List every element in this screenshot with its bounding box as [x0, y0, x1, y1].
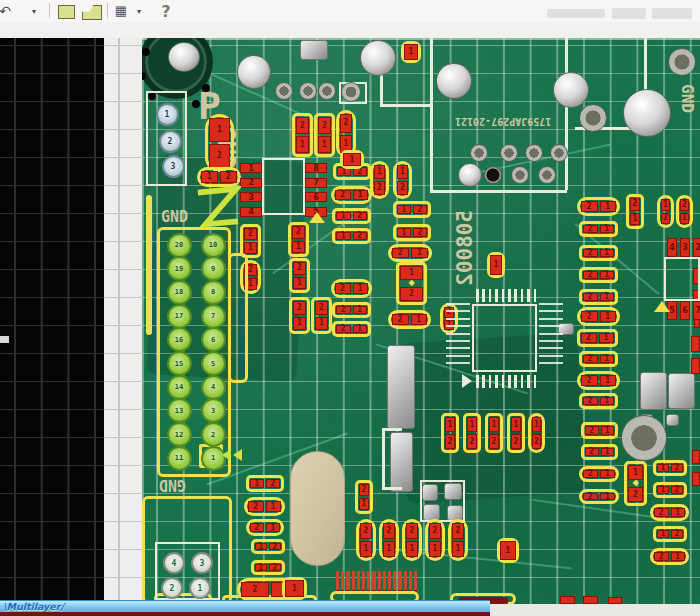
smd-pair-component[interactable]: 21	[581, 422, 618, 439]
pad[interactable]: 2	[269, 564, 281, 571]
ic-pad[interactable]: 3	[680, 238, 690, 257]
header-pin[interactable]	[409, 571, 412, 590]
smd-pair-component[interactable]: 21	[311, 297, 332, 334]
through-hole-pad[interactable]: 16	[167, 327, 192, 352]
pad[interactable]: 1	[657, 464, 669, 472]
pad[interactable]: 1	[296, 136, 309, 153]
pad[interactable]: 2	[489, 434, 499, 449]
pad[interactable]: 2	[353, 232, 368, 240]
pad[interactable]: 2	[583, 355, 598, 363]
smd-pair-component[interactable]: 21	[676, 195, 693, 228]
via-hole[interactable]	[550, 144, 568, 162]
partial-pad[interactable]	[583, 596, 598, 604]
via-hole[interactable]	[525, 144, 543, 162]
solder-dome[interactable]	[623, 89, 671, 137]
pad[interactable]: 2	[583, 493, 598, 500]
pad[interactable]: 1	[600, 271, 615, 279]
pad[interactable]: 2	[315, 301, 328, 315]
via-hole[interactable]	[341, 82, 361, 102]
smd-pair-component[interactable]: 12	[251, 560, 285, 575]
pad[interactable]: 1	[500, 541, 516, 560]
pad[interactable]: 1	[489, 417, 499, 432]
smd-pair-component[interactable]: 21	[332, 302, 371, 318]
pad[interactable]: 1	[600, 470, 615, 478]
pad[interactable]: 2	[293, 301, 306, 315]
pad[interactable]: 1	[600, 249, 615, 257]
pad[interactable]: 1	[318, 136, 331, 153]
smd-pair-component[interactable]: 21	[244, 497, 285, 516]
pad[interactable]: 1	[680, 213, 689, 225]
solder-dome[interactable]	[436, 63, 472, 99]
help-button[interactable]: ?	[158, 1, 174, 21]
smd-pad-component[interactable]: 1	[340, 150, 364, 169]
pad[interactable]: 1	[255, 543, 267, 550]
header-pin[interactable]	[393, 571, 396, 590]
through-hole-pad[interactable]: 3	[162, 155, 185, 178]
pad[interactable]: 2	[630, 198, 640, 211]
pad[interactable]: 2	[585, 426, 599, 435]
pad[interactable]: 2	[220, 171, 237, 183]
pad[interactable]: 1	[411, 314, 428, 325]
grid-tool-button[interactable]: ▦	[112, 1, 130, 21]
header-pin[interactable]	[352, 571, 355, 590]
smd-pair-component[interactable]: 21	[314, 113, 335, 157]
partial-pad[interactable]	[608, 597, 622, 604]
gnd-conn-top[interactable]: GND	[161, 208, 188, 226]
through-hole-pad[interactable]: 18	[167, 280, 192, 305]
pad[interactable]: 1	[657, 486, 669, 494]
smd-pad-component[interactable]: 1	[487, 252, 505, 278]
pad[interactable]: 1	[657, 530, 669, 538]
pad[interactable]: 2	[628, 487, 643, 502]
smd-pair-component[interactable]: 12	[507, 413, 525, 453]
pad[interactable]: 1	[250, 479, 264, 488]
solder-dome[interactable]	[237, 55, 271, 89]
pad[interactable]: 1	[600, 493, 615, 500]
smd-pair-component[interactable]: 12	[653, 460, 687, 476]
via-hole[interactable]	[299, 82, 317, 100]
pad[interactable]: 2	[292, 226, 305, 239]
pad[interactable]: 1	[255, 564, 267, 571]
smd-pair-component[interactable]: 21	[355, 480, 373, 514]
smd-pair-component[interactable]: 12	[197, 167, 241, 187]
smd-pair-component[interactable]: 12	[393, 161, 412, 199]
header-pin[interactable]	[378, 571, 381, 590]
smd-pair-component[interactable]: 21	[289, 258, 310, 293]
pad[interactable]: 2	[413, 228, 427, 237]
pad[interactable]: 1	[293, 277, 306, 290]
pad[interactable]: 2	[318, 117, 331, 134]
via-hole[interactable]	[538, 166, 556, 184]
ic-pad[interactable]: 7	[305, 178, 327, 188]
smd-pair-component[interactable]: 21	[577, 371, 620, 390]
through-hole-pad[interactable]: 11	[167, 446, 192, 471]
smd-pair-component[interactable]: 1◆2	[396, 262, 427, 305]
pad[interactable]: 2	[671, 486, 683, 494]
pad[interactable]: 2	[671, 530, 683, 538]
smd-pair-component[interactable]: 21	[577, 197, 620, 216]
smd-pair-component[interactable]: 12	[463, 413, 481, 453]
pad[interactable]: 1	[630, 213, 640, 226]
smd-pad-component[interactable]: 1	[497, 538, 519, 563]
ic-pad[interactable]: 4	[240, 207, 262, 217]
grid-tool-dropdown[interactable]: ▾	[133, 1, 145, 21]
smd-pair-component[interactable]: 21	[579, 351, 618, 367]
pad[interactable]: 2	[581, 333, 597, 343]
partial-pad[interactable]	[692, 450, 700, 464]
pad[interactable]: 2	[360, 523, 372, 539]
pad[interactable]: 1	[397, 228, 411, 237]
pad[interactable]: 1	[315, 317, 328, 331]
through-hole-pad[interactable]: 3	[191, 552, 213, 574]
undo-dropdown[interactable]: ▾	[28, 1, 40, 21]
pad[interactable]: 2	[336, 325, 351, 333]
ic-pad[interactable]: 6	[680, 301, 690, 320]
gnd-conn-bottom[interactable]: GND	[159, 476, 186, 494]
pad[interactable]: 2	[583, 397, 598, 405]
through-hole-pad[interactable]: 2	[159, 130, 182, 153]
through-hole-pad[interactable]: 5	[201, 351, 226, 376]
pad[interactable]: 2	[392, 248, 409, 258]
smd-pad-component[interactable]: 1	[401, 41, 421, 63]
pad[interactable]: 2	[397, 181, 408, 195]
via-hole[interactable]	[668, 48, 696, 76]
pad[interactable]: 2	[241, 582, 269, 597]
pad[interactable]: 2	[250, 523, 264, 532]
smd-pair-component[interactable]: 12	[528, 413, 545, 453]
